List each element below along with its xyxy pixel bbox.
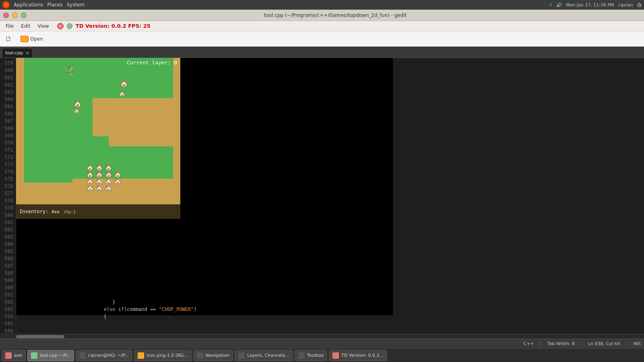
- places-menu[interactable]: Places: [47, 2, 62, 8]
- line-number-590: 590: [0, 284, 16, 291]
- window-maximize-button[interactable]: [21, 12, 27, 18]
- menubar: File Edit View × TD Version: 0.0.2 FPS: …: [0, 21, 644, 31]
- gedit-window: tool.cpp (~/Programs/c++/Games/topdown_2…: [0, 10, 644, 362]
- line-number-583: 583: [0, 233, 16, 241]
- line-number-580: 580: [0, 212, 16, 219]
- toolbox-icon: [298, 352, 305, 359]
- line-number-584: 584: [0, 241, 16, 248]
- taskbar-toolbox-label: Toolbox: [307, 353, 324, 358]
- code-text-area[interactable]: } else if(command == "CHOP_POWER") {: [16, 58, 644, 334]
- line-number-591: 591: [0, 291, 16, 298]
- scrollbar-thumb[interactable]: [16, 335, 64, 338]
- topbar-username: ciprian: [618, 2, 633, 8]
- topbar-battery-icon: ⚡: [549, 2, 552, 8]
- folder-icon: [21, 36, 29, 42]
- game-close-button[interactable]: ×: [57, 23, 64, 29]
- code-line-598: else if(command == "CHOP_POWER"): [19, 306, 641, 313]
- taskbar-terminal-label: ciprian@HQ: ~/P...: [88, 353, 129, 358]
- line-number-559: 559: [0, 60, 16, 67]
- statusbar-separator2: [581, 341, 582, 347]
- line-number-574: 574: [0, 168, 16, 175]
- line-number-565: 565: [0, 103, 16, 110]
- line-number-582: 582: [0, 226, 16, 233]
- code-content[interactable]: 🏹 🏠 🏠 🏠 🏠 🏠 🏠 🏠 🏠 🏠 🏠 🏠: [16, 58, 644, 334]
- line-number-587: 587: [0, 262, 16, 269]
- taskbar-files-label: axe: [14, 353, 22, 358]
- taskbar-navigation[interactable]: Navigation: [193, 350, 233, 361]
- system-topbar: Applications Places System ⚡ 🔊 Mon Jan 1…: [0, 0, 644, 10]
- taskbar-layers-label: Layers, Channels...: [247, 353, 289, 358]
- horizontal-scrollbar[interactable]: [0, 334, 644, 339]
- taskbar-toolbox[interactable]: Toolbox: [295, 350, 327, 361]
- topbar-datetime: Mon Jan 17, 11:36 PM: [566, 2, 614, 8]
- line-number-561: 561: [0, 74, 16, 81]
- line-number-588: 588: [0, 269, 16, 277]
- window-close-button[interactable]: [3, 12, 9, 18]
- line-number-579: 579: [0, 204, 16, 212]
- game-dot-indicator: [67, 23, 72, 29]
- taskbar-gedit-label: tool.cpp ~/P...: [40, 353, 70, 358]
- line-number-596: 596: [0, 327, 16, 334]
- taskbar-gedit[interactable]: tool.cpp ~/P...: [27, 350, 74, 361]
- tabs-bar: tool.cpp ×: [0, 47, 644, 58]
- topbar-volume-icon: 🔊: [556, 2, 562, 8]
- toolbar: 🗋 Open: [0, 31, 644, 47]
- taskbar-td-version[interactable]: TD Version: 0.0.2...: [329, 350, 387, 361]
- line-number-571: 571: [0, 146, 16, 154]
- taskbar-gimp-icon[interactable]: icon.png-1.0 (RG...: [134, 350, 192, 361]
- topbar-power-icon[interactable]: ⏻: [637, 2, 642, 8]
- files-icon: [5, 352, 12, 359]
- open-label: Open: [30, 36, 43, 42]
- line-number-573: 573: [0, 161, 16, 168]
- line-number-562: 562: [0, 81, 16, 88]
- applications-menu[interactable]: Applications: [14, 2, 43, 8]
- window-minimize-button[interactable]: [12, 12, 18, 18]
- line-number-585: 585: [0, 248, 16, 255]
- line-number-592: 592: [0, 298, 16, 306]
- line-number-581: 581: [0, 219, 16, 226]
- taskbar-terminal[interactable]: ciprian@HQ: ~/P...: [76, 350, 132, 361]
- tab-close-button[interactable]: ×: [25, 50, 29, 56]
- line-number-569: 569: [0, 132, 16, 139]
- line-number-577: 577: [0, 190, 16, 197]
- taskbar-navigation-label: Navigation: [206, 353, 229, 358]
- menu-file[interactable]: File: [2, 22, 17, 30]
- line-number-595: 595: [0, 320, 16, 327]
- system-menu[interactable]: System: [66, 2, 85, 8]
- line-number-578: 578: [0, 197, 16, 204]
- code-editor: 5595605615625635645655665675685695705715…: [0, 58, 644, 334]
- statusbar-line-col: Ln 638, Col 64: [588, 341, 620, 346]
- line-number-560: 560: [0, 67, 16, 74]
- statusbar-separator3: [627, 341, 627, 347]
- gimp-icon: [138, 352, 144, 359]
- menu-edit[interactable]: Edit: [18, 22, 33, 30]
- topbar-left: Applications Places System: [2, 1, 85, 8]
- terminal-icon: [79, 352, 86, 359]
- code-spacer: [19, 60, 641, 298]
- toolbar-open-button[interactable]: Open: [17, 34, 47, 44]
- gedit-icon: [31, 352, 37, 359]
- taskbar-layers[interactable]: Layers, Channels...: [235, 350, 293, 361]
- statusbar-separator: [541, 341, 541, 347]
- toolbar-new-button[interactable]: 🗋: [2, 33, 14, 45]
- line-number-567: 567: [0, 117, 16, 125]
- statusbar-language[interactable]: C++: [524, 341, 534, 346]
- taskbar-gimp-label: icon.png-1.0 (RG...: [147, 353, 188, 358]
- tab-filename: tool.cpp: [5, 50, 23, 56]
- line-number-564: 564: [0, 96, 16, 103]
- topbar-right: ⚡ 🔊 Mon Jan 17, 11:36 PM ciprian ⏻: [549, 2, 642, 8]
- statusbar-tab-width[interactable]: Tab Width: 8: [547, 341, 575, 346]
- line-number-586: 586: [0, 255, 16, 262]
- td-icon: [332, 352, 339, 359]
- code-line-599: {: [19, 313, 641, 320]
- tab-tool-cpp[interactable]: tool.cpp ×: [2, 48, 33, 58]
- game-status-bar: × TD Version: 0.0.2 FPS: 25: [53, 21, 155, 31]
- game-version-fps: TD Version: 0.0.2 FPS: 25: [76, 23, 151, 29]
- line-number-594: 594: [0, 313, 16, 320]
- window-title: tool.cpp (~/Programs/c++/Games/topdown_2…: [30, 12, 641, 18]
- code-line-597: }: [19, 298, 641, 306]
- menu-view[interactable]: View: [34, 22, 52, 30]
- line-number-563: 563: [0, 88, 16, 96]
- taskbar-files[interactable]: axe: [2, 350, 26, 361]
- line-number-572: 572: [0, 154, 16, 161]
